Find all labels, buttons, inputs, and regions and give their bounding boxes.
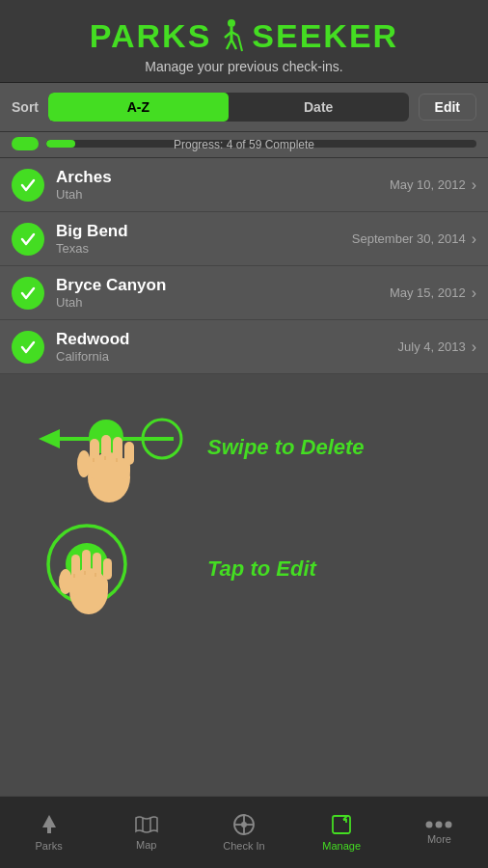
svg-line-4	[227, 40, 231, 49]
svg-rect-13	[90, 439, 99, 466]
svg-line-5	[231, 40, 236, 49]
park-name-arches: Arches	[56, 168, 390, 187]
svg-marker-8	[39, 429, 60, 448]
park-item-redwood[interactable]: Redwood California July 4, 2013 ›	[0, 320, 488, 374]
park-list: Arches Utah May 10, 2012 › Big Bend Texa…	[0, 158, 488, 374]
more-tab-icon	[425, 820, 452, 829]
tab-bar: Parks Map Check In Manage	[0, 796, 488, 868]
park-date-redwood: July 4, 2013	[398, 339, 466, 354]
park-state-bigbend: Texas	[56, 241, 352, 256]
tutorial-section: Swipe to Delete	[0, 374, 488, 632]
svg-point-29	[59, 569, 72, 594]
svg-rect-26	[82, 550, 91, 579]
sort-date-button[interactable]: Date	[229, 93, 409, 122]
chevron-redwood: ›	[472, 339, 476, 356]
sort-toggle: A-Z Date	[48, 93, 409, 122]
park-item-brycecanyon[interactable]: Bryce Canyon Utah May 15, 2012 ›	[0, 266, 488, 320]
manage-tab-icon	[330, 813, 353, 836]
park-state-arches: Utah	[56, 187, 390, 202]
title-part1: Parks	[90, 17, 212, 55]
swipe-tutorial-row: Swipe to Delete	[19, 389, 469, 505]
svg-point-0	[228, 19, 235, 27]
park-state-brycecanyon: Utah	[56, 295, 390, 310]
swipe-hand-icon	[72, 418, 159, 504]
tab-map[interactable]: Map	[97, 797, 195, 868]
park-info-bigbend: Big Bend Texas	[56, 222, 352, 256]
svg-point-43	[436, 822, 443, 828]
parks-tab-icon	[38, 813, 61, 836]
tab-more-label: More	[427, 833, 451, 845]
tab-manage[interactable]: Manage	[293, 797, 391, 868]
svg-rect-34	[47, 827, 51, 833]
chevron-bigbend: ›	[472, 231, 476, 248]
tab-parks-label: Parks	[36, 840, 63, 852]
check-icon-arches	[12, 169, 44, 202]
sort-az-button[interactable]: A-Z	[48, 93, 229, 122]
park-name-brycecanyon: Bryce Canyon	[56, 276, 390, 295]
sort-bar: Sort A-Z Date Edit	[0, 83, 488, 132]
progress-row: Progress: 4 of 59 Complete	[0, 132, 488, 158]
svg-point-42	[426, 822, 433, 828]
park-item-arches[interactable]: Arches Utah May 10, 2012 ›	[0, 158, 488, 212]
svg-point-44	[446, 822, 452, 828]
tap-gesture-area	[19, 518, 193, 619]
progress-bar-fill	[46, 140, 75, 148]
tap-edit-label: Tap to Edit	[207, 556, 316, 582]
park-date-bigbend: September 30, 2014	[352, 231, 466, 246]
svg-point-40	[241, 822, 247, 827]
park-name-bigbend: Big Bend	[56, 222, 352, 241]
chevron-brycecanyon: ›	[472, 285, 476, 302]
chevron-arches: ›	[472, 176, 476, 194]
edit-button[interactable]: Edit	[419, 94, 476, 121]
tab-more[interactable]: More	[391, 797, 488, 868]
tab-checkin-label: Check In	[223, 840, 264, 852]
park-date-arches: May 10, 2012	[390, 177, 466, 192]
app-header: Parks Seeker Manage your previous check-…	[0, 0, 488, 83]
park-date-brycecanyon: May 15, 2012	[390, 285, 466, 300]
park-item-bigbend[interactable]: Big Bend Texas September 30, 2014 ›	[0, 212, 488, 266]
svg-rect-15	[113, 437, 122, 464]
svg-marker-33	[42, 815, 56, 827]
tab-parks[interactable]: Parks	[0, 797, 97, 868]
hiker-icon	[217, 18, 246, 55]
tap-tutorial-row: Tap to Edit	[19, 510, 469, 627]
svg-rect-16	[124, 442, 134, 465]
map-tab-icon	[134, 814, 159, 835]
progress-dot	[12, 137, 39, 150]
park-info-arches: Arches Utah	[56, 168, 390, 202]
app-subtitle: Manage your previous check-ins.	[10, 59, 478, 74]
check-icon-redwood	[12, 331, 44, 364]
svg-rect-14	[101, 435, 111, 464]
svg-rect-27	[93, 553, 101, 580]
park-info-brycecanyon: Bryce Canyon Utah	[56, 276, 390, 310]
check-icon-brycecanyon	[12, 277, 44, 310]
progress-bar	[46, 140, 476, 148]
svg-rect-25	[71, 555, 80, 582]
sort-label: Sort	[12, 99, 39, 115]
app-title: Parks Seeker	[10, 17, 478, 55]
tap-gesture-icon	[39, 518, 164, 619]
title-part2: Seeker	[252, 17, 398, 55]
tab-checkin[interactable]: Check In	[195, 797, 292, 868]
svg-point-17	[77, 450, 91, 477]
swipe-delete-label: Swipe to Delete	[207, 435, 365, 460]
svg-rect-28	[103, 558, 112, 580]
park-info-redwood: Redwood California	[56, 330, 398, 364]
swipe-gesture-area	[19, 396, 193, 498]
park-name-redwood: Redwood	[56, 330, 398, 349]
check-icon-bigbend	[12, 223, 44, 256]
tab-map-label: Map	[136, 839, 156, 851]
checkin-tab-icon	[232, 813, 256, 836]
svg-line-6	[238, 36, 242, 51]
park-state-redwood: California	[56, 349, 398, 364]
tab-manage-label: Manage	[322, 840, 361, 852]
svg-rect-41	[333, 816, 350, 833]
